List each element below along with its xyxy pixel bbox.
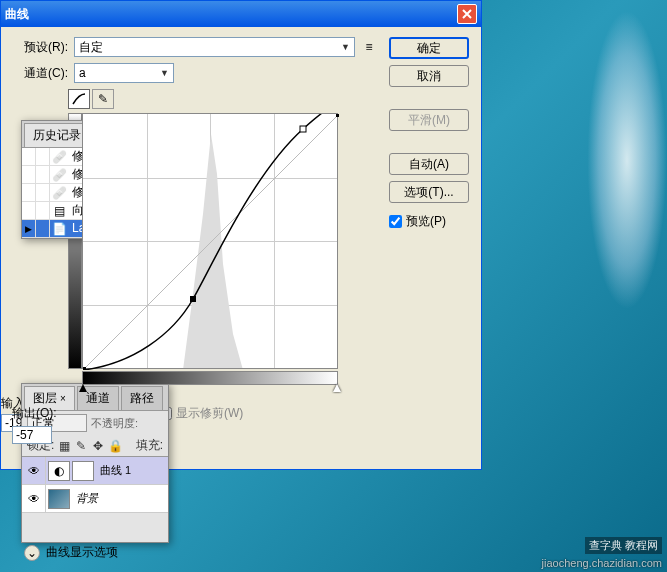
white-point-slider[interactable] — [333, 384, 341, 392]
adjustment-icon[interactable]: ◐ — [48, 461, 70, 481]
preview-checkbox[interactable]: 预览(P) — [389, 213, 469, 230]
output-group: 输出(O): — [12, 405, 57, 444]
opacity-label: 不透明度: — [91, 416, 138, 431]
history-snapshot-col — [22, 184, 36, 201]
preset-value: 自定 — [79, 39, 103, 56]
display-options-label: 曲线显示选项 — [46, 544, 118, 561]
preview-label: 预览(P) — [406, 213, 446, 230]
input-gradient-row — [82, 371, 377, 385]
curve-grid[interactable] — [82, 113, 338, 369]
layer-name[interactable]: 曲线 1 — [96, 463, 131, 478]
bandage-icon: 🩹 — [50, 150, 68, 164]
history-brush-col — [36, 202, 50, 219]
btn-label: 取消 — [417, 68, 441, 85]
doc-icon: 📄 — [50, 222, 68, 236]
svg-rect-4 — [336, 114, 339, 117]
tab-label: 路径 — [130, 390, 154, 407]
layer-thumb[interactable] — [48, 489, 70, 509]
channel-label: 通道(C): — [13, 65, 68, 82]
show-clipping-checkbox[interactable]: 显示修剪(W) — [159, 405, 243, 422]
watermark-title: 查字典 教程网 — [585, 537, 662, 554]
input-gradient[interactable] — [82, 371, 338, 385]
history-brush-col — [36, 184, 50, 201]
history-brush-col — [36, 166, 50, 183]
channel-select[interactable]: a ▼ — [74, 63, 174, 83]
close-button[interactable] — [457, 4, 477, 24]
close-icon[interactable]: × — [60, 393, 66, 404]
btn-label: 自动(A) — [409, 156, 449, 173]
layer-row[interactable]: 👁 背景 — [22, 485, 168, 513]
expand-button[interactable]: ⌄ — [24, 545, 40, 561]
chevron-down-icon: ▼ — [341, 42, 350, 52]
eye-icon: 👁 — [28, 464, 40, 478]
curve-icon — [72, 93, 86, 105]
pencil-icon: ✎ — [98, 92, 108, 106]
history-brush-col — [36, 148, 50, 165]
history-snapshot-col — [22, 202, 36, 219]
clip-label: 显示修剪(W) — [176, 405, 243, 422]
background-feather — [587, 10, 667, 310]
preset-row: 预设(R): 自定 ▼ ≡ — [13, 37, 377, 57]
dialog-titlebar[interactable]: 曲线 — [1, 1, 481, 27]
lock-move-icon[interactable]: ✥ — [91, 439, 105, 453]
bandage-icon: 🩹 — [50, 186, 68, 200]
tab-paths[interactable]: 路径 — [121, 386, 163, 410]
svg-rect-2 — [190, 296, 196, 302]
curve-point-tool[interactable] — [68, 89, 90, 109]
layer-thumbs — [46, 487, 72, 511]
arrow-icon: ▶ — [25, 224, 32, 234]
display-options-row: ⌄ 曲线显示选项 — [24, 544, 118, 561]
btn-label: 平滑(M) — [408, 112, 450, 129]
dialog-buttons: 确定 取消 平滑(M) 自动(A) 选项(T)... 预览(P) — [389, 37, 469, 385]
lock-brush-icon[interactable]: ✎ — [74, 439, 88, 453]
cancel-button[interactable]: 取消 — [389, 65, 469, 87]
watermark-url: jiaocheng.chazidian.com — [542, 557, 662, 569]
mask-thumb[interactable] — [72, 461, 94, 481]
curve-tools: ✎ — [68, 89, 377, 109]
lock-transparency-icon[interactable]: ▦ — [57, 439, 71, 453]
chevron-down-icon: ⌄ — [27, 546, 37, 560]
svg-line-0 — [83, 114, 339, 370]
channel-value: a — [79, 66, 86, 80]
bandage-icon: 🩹 — [50, 168, 68, 182]
layer-row[interactable]: 👁 ◐ 曲线 1 — [22, 457, 168, 485]
layer-thumbs: ◐ — [46, 459, 96, 483]
history-snapshot-col — [22, 148, 36, 165]
tab-label: 通道 — [86, 390, 110, 407]
svg-rect-1 — [83, 367, 86, 370]
curve-area — [68, 113, 377, 369]
visibility-toggle[interactable]: 👁 — [22, 485, 46, 512]
fill-label: 填充: — [136, 437, 163, 454]
dialog-title: 曲线 — [5, 6, 29, 23]
curve-pencil-tool[interactable]: ✎ — [92, 89, 114, 109]
tab-label: 历史记录 — [33, 127, 81, 144]
svg-rect-3 — [300, 126, 306, 132]
btn-label: 选项(T)... — [404, 184, 453, 201]
lock-all-icon[interactable]: 🔒 — [108, 439, 122, 453]
preview-check-input[interactable] — [389, 215, 402, 228]
eye-icon: 👁 — [28, 492, 40, 506]
chevron-down-icon: ▼ — [160, 68, 169, 78]
visibility-toggle[interactable]: 👁 — [22, 457, 46, 484]
preset-label: 预设(R): — [13, 39, 68, 56]
curve-line — [83, 114, 339, 370]
output-input[interactable] — [12, 426, 52, 444]
ok-button[interactable]: 确定 — [389, 37, 469, 59]
history-snapshot-col: ▶ — [22, 220, 36, 237]
auto-button[interactable]: 自动(A) — [389, 153, 469, 175]
channel-row: 通道(C): a ▼ — [13, 63, 377, 83]
preset-select[interactable]: 自定 ▼ — [74, 37, 355, 57]
history-snapshot-col — [22, 166, 36, 183]
layer-name[interactable]: 背景 — [72, 491, 98, 506]
output-label: 输出(O): — [12, 405, 57, 422]
smooth-button: 平滑(M) — [389, 109, 469, 131]
btn-label: 确定 — [417, 40, 441, 57]
preset-menu-icon[interactable]: ≡ — [361, 39, 377, 55]
merge-icon: ▤ — [50, 204, 68, 218]
black-point-slider[interactable] — [79, 384, 87, 392]
options-button[interactable]: 选项(T)... — [389, 181, 469, 203]
history-brush-col — [36, 220, 50, 237]
close-icon — [461, 8, 473, 20]
